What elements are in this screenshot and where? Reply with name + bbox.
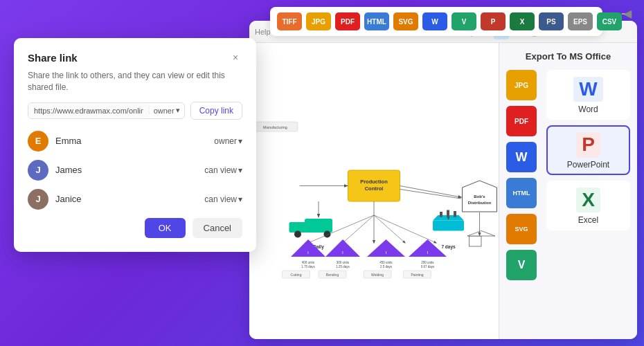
export-small-icons: JPG PDF W HTML SVG V [506, 70, 541, 280]
fmt-html[interactable]: HTML [364, 12, 389, 30]
url-input-wrap: owner ▾ [28, 102, 185, 119]
avatar-janice: J [28, 189, 48, 210]
svg-text:Production: Production [360, 179, 388, 185]
format-bar: TIFF JPG PDF HTML SVG W V P X PS EPS CSV [270, 7, 602, 36]
svg-text:I: I [342, 251, 343, 255]
fmt-ps[interactable]: PS [539, 12, 564, 30]
user-role-james[interactable]: can view ▾ [204, 165, 242, 175]
fmt-csv[interactable]: CSV [597, 12, 622, 30]
svg-rect-11 [305, 219, 332, 233]
powerpoint-icon: P [576, 132, 600, 157]
export-small-svg[interactable]: SVG [506, 214, 537, 244]
svg-point-14 [324, 231, 331, 238]
svg-text:Control: Control [365, 185, 384, 192]
user-name-james: James [55, 165, 197, 175]
fmt-eps[interactable]: EPS [568, 12, 593, 30]
svg-text:450 units: 450 units [379, 261, 393, 264]
svg-rect-19 [447, 210, 449, 217]
svg-line-9 [400, 190, 462, 199]
export-word-item[interactable]: W Word [546, 70, 630, 120]
role-label-james: can view [204, 165, 237, 175]
modal-header: Share link × [28, 51, 242, 64]
word-icon: W [573, 77, 602, 102]
svg-text:1.25 days: 1.25 days [336, 265, 350, 268]
user-name-emma: Emma [55, 136, 207, 146]
export-panel: Export To MS Office JPG PDF W HTML SVG V… [499, 43, 637, 339]
fmt-visio[interactable]: V [451, 12, 476, 30]
svg-text:1.75 days: 1.75 days [301, 265, 315, 268]
export-panel-title: Export To MS Office [506, 51, 630, 62]
chevron-down-icon: ▾ [238, 136, 242, 146]
export-small-visio[interactable]: V [506, 250, 537, 280]
svg-rect-18 [440, 212, 442, 217]
svg-text:400 units: 400 units [302, 261, 315, 264]
svg-rect-16 [433, 221, 464, 231]
fmt-svg[interactable]: SVG [393, 12, 418, 30]
svg-line-25 [374, 215, 405, 243]
fmt-ppt[interactable]: P [481, 12, 506, 30]
svg-text:I: I [386, 251, 386, 255]
word-label: Word [578, 104, 598, 114]
user-role-emma[interactable]: owner ▾ [214, 136, 242, 146]
svg-text:I: I [427, 251, 428, 255]
user-row-james: J James can view ▾ [28, 160, 242, 181]
close-button[interactable]: × [229, 51, 242, 64]
svg-text:Bending: Bending [326, 273, 339, 277]
fmt-tiff[interactable]: TIFF [277, 12, 302, 30]
help-label: Help [255, 28, 271, 36]
chevron-down-icon: ▾ [238, 165, 242, 175]
fmt-excel[interactable]: X [510, 12, 535, 30]
svg-rect-43 [469, 236, 482, 246]
modal-footer: OK Cancel [28, 218, 242, 238]
url-input[interactable] [28, 103, 149, 118]
url-permission-dropdown[interactable]: owner ▾ [149, 106, 184, 115]
fmt-pdf[interactable]: PDF [335, 12, 360, 30]
excel-label: Excel [578, 215, 598, 225]
svg-line-8 [400, 186, 462, 198]
svg-text:Distribution: Distribution [468, 201, 492, 205]
user-role-janice[interactable]: can view ▾ [204, 194, 242, 204]
canvas-area: Help T ⌐ ↙ ⬡ ▭ ⊞ ⊡ A ↓ ◉ ⌄ 🔍 ▣ ✏ ≡ 🔒 ▦ ⊞… [249, 21, 637, 339]
user-row-emma: E Emma owner ▾ [28, 131, 242, 152]
export-excel-item[interactable]: X Excel [546, 181, 630, 230]
url-row: owner ▾ Copy link [28, 102, 242, 120]
copy-link-button[interactable]: Copy link [190, 102, 242, 120]
svg-rect-20 [454, 211, 456, 217]
svg-text:Cutting: Cutting [291, 273, 302, 277]
diagram-area: Manufacturing Production Control Bob's D… [249, 43, 499, 339]
permission-label: owner [154, 107, 175, 115]
modal-title: Share link [28, 52, 78, 64]
svg-text:200 units: 200 units [421, 261, 434, 264]
svg-text:300 units: 300 units [337, 261, 350, 264]
ok-button[interactable]: OK [145, 218, 186, 238]
role-label-emma: owner [214, 136, 237, 146]
export-large-items: W Word P PowerPoint X Excel [546, 70, 630, 230]
svg-text:2.5 days: 2.5 days [380, 265, 393, 268]
powerpoint-label: PowerPoint [567, 160, 609, 170]
avatar-emma: E [28, 131, 48, 152]
cancel-button[interactable]: Cancel [193, 218, 242, 238]
svg-marker-44 [467, 231, 495, 237]
user-row-janice: J Janice can view ▾ [28, 189, 242, 210]
svg-text:0.67 days: 0.67 days [421, 265, 435, 268]
svg-line-26 [374, 215, 436, 243]
svg-text:I: I [307, 251, 308, 255]
role-label-janice: can view [204, 194, 237, 204]
share-modal: Share link × Share the link to others, a… [14, 38, 256, 252]
chevron-down-icon: ▾ [176, 106, 180, 115]
fmt-word[interactable]: W [422, 12, 447, 30]
fmt-jpg[interactable]: JPG [306, 12, 331, 30]
svg-line-24 [343, 215, 374, 243]
export-small-html[interactable]: HTML [506, 178, 537, 208]
svg-point-13 [294, 231, 301, 238]
svg-text:Manufacturing: Manufacturing [263, 125, 287, 129]
export-small-pdf[interactable]: PDF [506, 106, 537, 136]
modal-description: Share the link to others, and they can v… [28, 70, 242, 93]
excel-icon: X [576, 188, 600, 212]
export-powerpoint-item[interactable]: P PowerPoint [546, 125, 630, 175]
export-small-word[interactable]: W [506, 142, 537, 172]
svg-text:Welding: Welding [371, 273, 384, 277]
svg-text:Bob's: Bob's [474, 194, 485, 199]
chevron-down-icon: ▾ [238, 194, 242, 204]
export-small-jpg[interactable]: JPG [506, 70, 537, 100]
